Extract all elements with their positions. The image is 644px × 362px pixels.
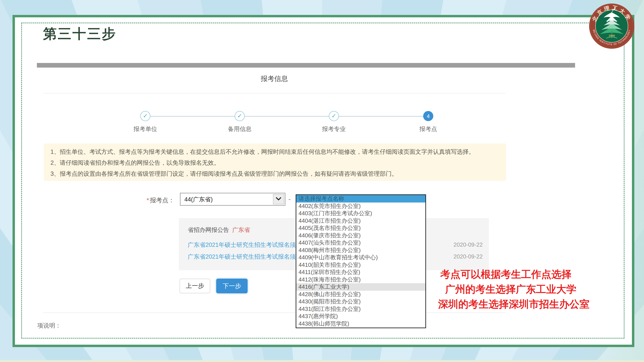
dropdown-option[interactable]: 4406(肇庆市招生办公室)	[296, 232, 426, 239]
dropdown-option[interactable]: 4430(揭阳市招生办公室)	[296, 298, 426, 305]
dropdown-option[interactable]: 4405(茂名市招生办公室)	[296, 224, 426, 232]
step-1-done-icon: ✓	[140, 111, 150, 121]
divider	[43, 313, 506, 313]
province-name: 广东省	[232, 227, 250, 233]
announcement-title: 省招办网报公告广东省	[188, 226, 250, 234]
province-select[interactable]: 44(广东省)	[180, 193, 285, 206]
notice-box: 1、招生单位、考试方式、报考点等为报考关键信息，在提交信息后不允许修改，网报时间…	[44, 143, 506, 181]
announcement-date: 2020-09-22	[454, 241, 483, 248]
divider-bar	[37, 63, 575, 67]
bit-university-logo: 1940 北京理工大学 BEIJING INSTITUTE OF TECHNOL…	[589, 3, 635, 49]
dropdown-option[interactable]: 4410(韶关市招生办公室)	[296, 261, 426, 269]
dropdown-option[interactable]: 4404(湛江市招生办公室)	[296, 217, 426, 225]
stepper-connector	[145, 116, 428, 116]
dropdown-option[interactable]: 4416(广东工业大学)	[296, 283, 426, 291]
dropdown-option[interactable]: 4428(佛山市招生办公室)	[296, 291, 426, 298]
annotation-text: 考点可以根据考生工作点选择 广州的考生选择广东工业大学 深圳的考生选择深圳市招生…	[438, 267, 590, 312]
dropdown-option[interactable]: 4402(东莞市招生办公室)	[296, 203, 426, 210]
logo-year: 1940	[609, 34, 615, 37]
dropdown-option[interactable]: 4403(江门市招生考试办公室)	[296, 210, 426, 217]
step-3-done-icon: ✓	[329, 111, 339, 121]
required-asterisk: *	[146, 197, 149, 204]
exam-site-dropdown[interactable]: 请选择报考点名称4402(东莞市招生办公室)4403(江门市招生考试办公室)44…	[296, 194, 426, 328]
dropdown-option[interactable]: 4431(阳江市招生办公室)	[296, 305, 426, 313]
dropdown-option[interactable]: 4438(韩山师范学院)	[296, 320, 426, 328]
dropdown-option[interactable]: 4409(中山市教育招生考试中心)	[296, 254, 426, 261]
footer-note: 项说明：	[37, 322, 61, 330]
province-select-value: 44(广东省)	[184, 195, 213, 203]
background-bottom-strip	[0, 360, 644, 362]
notice-line: 2、请仔细阅读省招办和报考点的网报公告，以免导致报名无效。	[50, 157, 506, 168]
dropdown-option[interactable]: 4412(珠海市招生办公室)	[296, 276, 426, 284]
dropdown-option[interactable]: 4408(梅州市招生办公室)	[296, 247, 426, 254]
prev-step-button[interactable]: 上一步	[180, 279, 210, 293]
dropdown-option[interactable]: 4411(深圳市招生办公室)	[296, 269, 426, 276]
dropdown-option[interactable]: 4437(惠州学院)	[296, 313, 426, 320]
exam-site-field-label: *报考点：	[146, 196, 174, 204]
announcement-date: 2020-09-22	[454, 253, 483, 260]
step-2-done-icon: ✓	[235, 111, 245, 121]
notice-line: 1、招生单位、考试方式、报考点等为报考关键信息，在提交信息后不允许修改，网报时间…	[50, 146, 506, 157]
dropdown-option[interactable]: 请选择报考点名称	[296, 195, 426, 203]
page-title: 报考信息	[43, 74, 506, 83]
notice-line: 3、报考点的设置由各报考点所在省级管理部门设定，请仔细阅读报考点及省级管理部门的…	[50, 168, 506, 179]
chevron-down-icon[interactable]	[273, 194, 284, 204]
slide-title: 第三十三步	[43, 24, 116, 43]
divider	[43, 93, 506, 93]
step-1-label: 报考单位	[121, 125, 170, 133]
select-separator: -	[288, 195, 290, 203]
step-3-label: 报考专业	[310, 125, 358, 133]
next-step-button[interactable]: 下一步	[216, 279, 248, 293]
step-4-active-icon: 4	[423, 111, 433, 121]
dropdown-option[interactable]: 4407(汕头市招生办公室)	[296, 239, 426, 247]
step-4-label: 报考点	[404, 125, 452, 133]
step-2-label: 备用信息	[216, 125, 264, 133]
